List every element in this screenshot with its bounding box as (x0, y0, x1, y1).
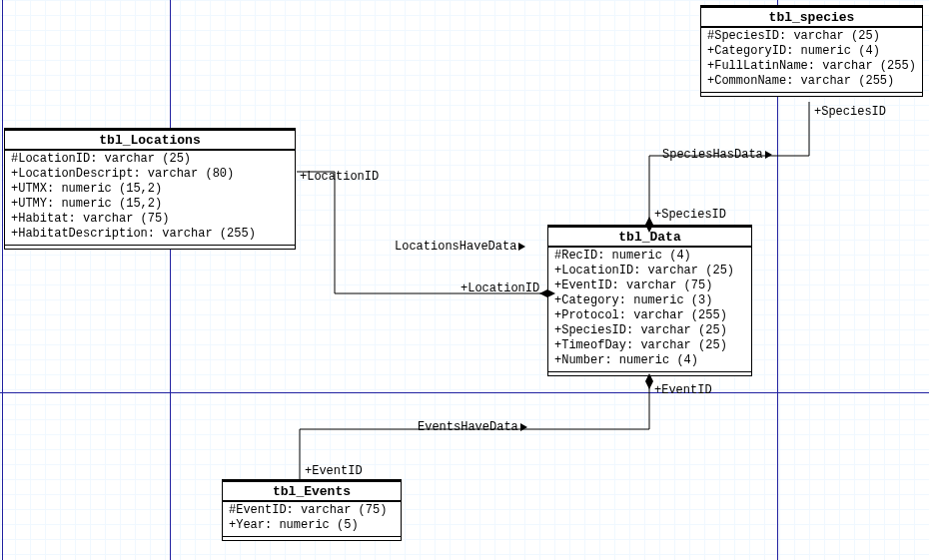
entity-divider (701, 92, 922, 96)
entity-tbl-data[interactable]: tbl_Data #RecID: numeric (4) +LocationID… (547, 225, 752, 376)
entity-title: tbl_Data (548, 226, 751, 248)
arrow-icon (520, 423, 527, 431)
role-species-parent: +SpeciesID (814, 105, 886, 119)
attr-row: +FullLatinName: varchar (255) (701, 59, 922, 74)
entity-attrs: #LocationID: varchar (25) +LocationDescr… (5, 151, 295, 242)
entity-attrs: #RecID: numeric (4) +LocationID: varchar… (548, 248, 751, 368)
attr-row: #RecID: numeric (4) (548, 249, 751, 264)
attr-row: #LocationID: varchar (25) (5, 152, 295, 167)
guide-v-l-inner (170, 0, 171, 560)
rel-species-has-data: SpeciesHasData (662, 148, 772, 162)
attr-row: +EventID: varchar (75) (548, 279, 751, 293)
rel-locations-have-data: LocationsHaveData (395, 240, 525, 254)
entity-title: tbl_species (701, 6, 922, 28)
role-events-parent: +EventID (305, 464, 363, 478)
rel-name: LocationsHaveData (395, 240, 516, 254)
attr-row: +SpeciesID: varchar (25) (548, 323, 751, 338)
entity-tbl-events[interactable]: tbl_Events #EventID: varchar (75) +Year:… (222, 479, 402, 541)
attr-row: +HabitatDescription: varchar (255) (5, 227, 295, 242)
guide-v-left (2, 0, 3, 560)
attr-row: #EventID: varchar (75) (223, 503, 401, 518)
attr-row: +Category: numeric (3) (548, 293, 751, 308)
entity-divider (223, 536, 401, 540)
attr-row: +LocationID: varchar (25) (548, 264, 751, 279)
entity-divider (5, 245, 295, 249)
arrow-icon (518, 243, 525, 251)
attr-row: +UTMY: numeric (15,2) (5, 197, 295, 212)
entity-tbl-locations[interactable]: tbl_Locations #LocationID: varchar (25) … (4, 128, 296, 250)
attr-row: +CommonName: varchar (255) (701, 74, 922, 89)
role-location-child: +LocationID (461, 281, 539, 295)
entity-title: tbl_Locations (5, 129, 295, 151)
attr-row: +TimeofDay: varchar (25) (548, 338, 751, 353)
attr-row: +UTMX: numeric (15,2) (5, 182, 295, 197)
role-species-child: +SpeciesID (654, 208, 726, 222)
attr-row: +Number: numeric (4) (548, 353, 751, 368)
rel-events-have-data: EventsHaveData (418, 420, 527, 434)
entity-tbl-species[interactable]: tbl_species #SpeciesID: varchar (25) +Ca… (700, 5, 923, 97)
rel-name: EventsHaveData (418, 420, 518, 434)
arrow-icon (765, 151, 772, 159)
entity-attrs: #SpeciesID: varchar (25) +CategoryID: nu… (701, 28, 922, 89)
attr-row: +CategoryID: numeric (4) (701, 44, 922, 59)
rel-name: SpeciesHasData (662, 148, 763, 162)
attr-row: +Protocol: varchar (255) (548, 308, 751, 323)
attr-row: +Year: numeric (5) (223, 518, 401, 533)
guide-h-mid (0, 392, 929, 393)
attr-row: #SpeciesID: varchar (25) (701, 29, 922, 44)
entity-title: tbl_Events (223, 480, 401, 502)
attr-row: +LocationDescript: varchar (80) (5, 167, 295, 182)
attr-row: +Habitat: varchar (75) (5, 212, 295, 227)
role-events-child: +EventID (654, 383, 712, 397)
entity-attrs: #EventID: varchar (75) +Year: numeric (5… (223, 502, 401, 533)
role-location-parent: +LocationID (300, 170, 379, 184)
entity-divider (548, 371, 751, 375)
